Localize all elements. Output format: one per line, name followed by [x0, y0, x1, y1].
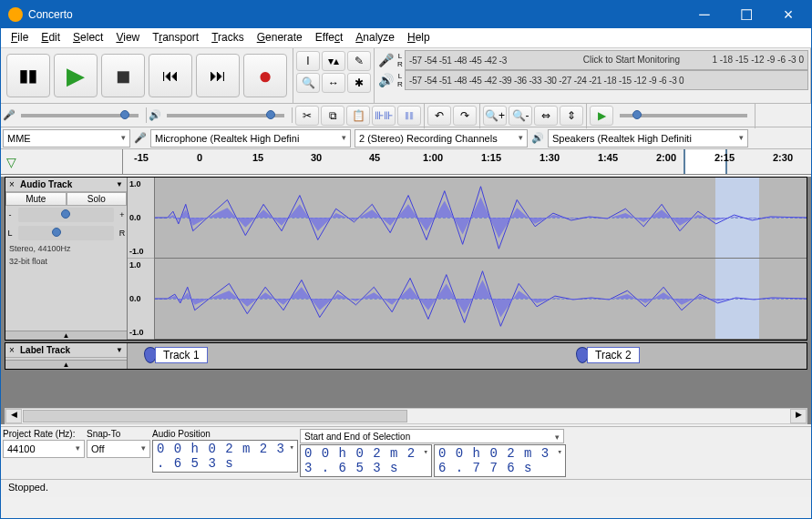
play-button[interactable]: ▶	[54, 54, 98, 97]
host-select[interactable]: MME	[3, 129, 130, 148]
selection-tool[interactable]: I	[296, 51, 320, 71]
waveform-display[interactable]	[155, 178, 807, 340]
label-track: × Label Track ▼ ▲ Track 1 Track 2	[5, 342, 807, 370]
scroll-thumb[interactable]	[23, 410, 407, 422]
close-button[interactable]: ×	[767, 1, 809, 28]
track-format-2: 32-bit float	[5, 255, 127, 268]
record-button[interactable]: ●	[243, 54, 287, 97]
speaker-slider-icon: 🔊	[149, 109, 161, 121]
waveform-right[interactable]	[155, 259, 807, 340]
pan-slider[interactable]	[18, 226, 114, 240]
speaker-icon: 🔊	[378, 73, 394, 87]
undo-button[interactable]: ↶	[427, 106, 451, 126]
output-device-select[interactable]: Speakers (Realtek High Definiti	[548, 129, 748, 148]
minimize-button[interactable]: ─	[684, 1, 725, 28]
main-toolbar: ▮▮ ▶ ◼ ⏮ ⏭ ● I ▾▴ ✎ 🔍 ↔ ✱ 🎤 LR -57 -54 -…	[1, 48, 811, 104]
play-at-speed-button[interactable]: ▶	[590, 106, 613, 126]
scroll-right[interactable]: ▶	[790, 409, 807, 423]
selection-toolbar: Project Rate (Hz): 44100 Snap-To Off Aud…	[1, 426, 811, 479]
track-panel: × Audio Track ▼ Mute Solo -+ LR Stereo, …	[5, 178, 128, 340]
label-1[interactable]: Track 1	[144, 347, 208, 363]
playback-meter[interactable]: -57 -54 -51 -48 -45 -42 -39 -36 -33 -30 …	[405, 70, 808, 90]
label-2[interactable]: Track 2	[576, 347, 640, 363]
menu-tracks[interactable]: Tracks	[205, 28, 251, 47]
label-track-collapse[interactable]: ▲	[5, 360, 127, 369]
label-track-close[interactable]: ×	[5, 345, 18, 355]
audio-position-field[interactable]: 0 0 h 0 2 m 2 3 . 6 5 3 s	[152, 440, 298, 473]
redo-button[interactable]: ↷	[453, 106, 477, 126]
audio-track: × Audio Track ▼ Mute Solo -+ LR Stereo, …	[5, 177, 807, 341]
speaker-dev-icon: 🔊	[531, 132, 544, 144]
fit-project-button[interactable]: ⇕	[560, 106, 583, 126]
selection-end-field[interactable]: 0 0 h 0 2 m 3 6 . 7 7 6 s	[434, 444, 566, 477]
scroll-left[interactable]: ◀	[5, 409, 22, 423]
amplitude-scale: 1.00.0-1.0 1.00.0-1.0	[128, 178, 155, 340]
copy-button[interactable]: ⧉	[321, 106, 344, 126]
maximize-button[interactable]: ☐	[725, 1, 767, 28]
play-lr-label: LR	[396, 72, 405, 88]
device-toolbar: MME 🎤 Microphone (Realtek High Defini 2 …	[1, 127, 811, 149]
mute-button[interactable]: Mute	[5, 192, 67, 206]
selection-start-field[interactable]: 0 0 h 0 2 m 2 3 . 6 5 3 s	[300, 444, 432, 477]
menu-analyze[interactable]: Analyze	[349, 28, 401, 47]
skip-end-button[interactable]: ⏭	[196, 54, 240, 97]
menu-edit[interactable]: Edit	[35, 28, 67, 47]
mic-slider-icon: 🎤	[3, 109, 15, 121]
trim-button[interactable]: ⊪⊪	[372, 106, 396, 126]
titlebar: Concerto ─ ☐ ×	[1, 1, 811, 28]
menu-effect[interactable]: Effect	[309, 28, 349, 47]
mic-dev-icon: 🎤	[134, 132, 147, 144]
solo-button[interactable]: Solo	[67, 192, 128, 206]
cursor-arrow-icon: ▽	[6, 155, 16, 169]
track-area: × Audio Track ▼ Mute Solo -+ LR Stereo, …	[1, 177, 811, 424]
timeline-ruler[interactable]: ▽ -15 0 15 30 45 1:00 1:15 1:30 1:45 2:0…	[1, 149, 811, 175]
track-format-1: Stereo, 44100Hz	[5, 242, 127, 255]
label-track-dropdown[interactable]: ▼	[112, 346, 127, 354]
input-device-select[interactable]: Microphone (Realtek High Defini	[150, 129, 351, 148]
waveform-left[interactable]	[155, 178, 807, 259]
label-lane[interactable]: Track 1 Track 2	[128, 343, 807, 369]
project-rate-select[interactable]: 44100	[3, 440, 85, 458]
track-close-button[interactable]: ×	[5, 179, 18, 189]
zoom-out-button[interactable]: 🔍-	[509, 106, 532, 126]
menu-select[interactable]: Select	[67, 28, 109, 47]
menu-generate[interactable]: Generate	[251, 28, 309, 47]
track-menu-dropdown[interactable]: ▼	[112, 180, 127, 188]
snap-select[interactable]: Off	[87, 440, 150, 458]
play-volume-slider[interactable]	[167, 114, 284, 117]
rec-volume-slider[interactable]	[21, 114, 139, 117]
secondary-toolbar: 🎤 🔊 ✂ ⧉ 📋 ⊪⊪ ⦀⦀ ↶ ↷ 🔍+ 🔍- ⇔ ⇕ ▶	[1, 104, 811, 127]
speed-slider[interactable]	[620, 114, 747, 117]
horizontal-scrollbar[interactable]: ◀ ▶	[5, 408, 807, 424]
draw-tool[interactable]: ✎	[347, 51, 371, 71]
fit-selection-button[interactable]: ⇔	[534, 106, 558, 126]
stop-button[interactable]: ◼	[101, 54, 145, 97]
multi-tool[interactable]: ✱	[347, 73, 371, 93]
track-name[interactable]: Audio Track	[18, 179, 112, 189]
paste-button[interactable]: 📋	[346, 106, 370, 126]
channels-select[interactable]: 2 (Stereo) Recording Channels	[355, 129, 528, 148]
envelope-tool[interactable]: ▾▴	[322, 51, 345, 71]
audio-pos-label: Audio Position	[152, 429, 298, 439]
pause-button[interactable]: ▮▮	[6, 54, 50, 97]
menu-transport[interactable]: Transport	[146, 28, 205, 47]
menu-file[interactable]: File	[5, 28, 35, 47]
label-track-name[interactable]: Label Track	[18, 345, 112, 355]
rec-lr-label: LR	[396, 52, 405, 68]
snap-label: Snap-To	[87, 429, 150, 439]
gain-slider[interactable]	[18, 208, 114, 222]
range-mode-select[interactable]: Start and End of Selection	[300, 429, 564, 443]
cut-button[interactable]: ✂	[295, 106, 319, 126]
timeshift-tool[interactable]: ↔	[322, 73, 345, 93]
zoom-in-button[interactable]: 🔍+	[483, 106, 507, 126]
app-logo	[8, 7, 23, 22]
record-meter[interactable]: -57 -54 -51 -48 -45 -42 -3 Click to Star…	[405, 50, 808, 70]
mic-icon: 🎤	[378, 53, 394, 67]
silence-button[interactable]: ⦀⦀	[397, 106, 421, 126]
menu-help[interactable]: Help	[401, 28, 437, 47]
menubar: File Edit Select View Transport Tracks G…	[1, 28, 811, 48]
zoom-tool[interactable]: 🔍	[296, 73, 320, 93]
menu-view[interactable]: View	[109, 28, 146, 47]
track-collapse-button[interactable]: ▲	[5, 331, 127, 340]
skip-start-button[interactable]: ⏮	[149, 54, 192, 97]
